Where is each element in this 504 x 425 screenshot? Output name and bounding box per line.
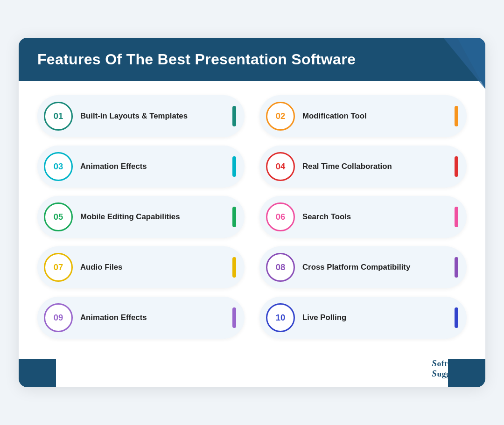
feature-item-03: 03Animation Effects xyxy=(37,146,245,188)
feature-item-08: 08Cross Platform Compatibility xyxy=(259,246,467,288)
feature-number-03: 03 xyxy=(44,152,73,181)
feature-item-10: 10Live Polling xyxy=(259,297,467,339)
feature-number-09: 09 xyxy=(44,303,73,332)
feature-label-02: Modification Tool xyxy=(302,111,450,122)
feature-number-06: 06 xyxy=(266,202,295,231)
feature-label-06: Search Tools xyxy=(302,212,450,223)
feature-label-03: Animation Effects xyxy=(80,161,228,172)
feature-label-09: Animation Effects xyxy=(80,313,228,323)
feature-accent-bar-07 xyxy=(232,257,236,278)
feature-item-07: 07Audio Files xyxy=(37,246,245,288)
page-title: Features Of The Best Presentation Softwa… xyxy=(37,51,356,68)
feature-item-05: 05Mobile Editing Capabilities xyxy=(37,196,245,238)
feature-accent-bar-02 xyxy=(455,106,458,126)
footer: Software® Suggest xyxy=(19,353,485,387)
feature-number-10: 10 xyxy=(266,303,295,332)
feature-number-02: 02 xyxy=(266,102,295,131)
feature-accent-bar-08 xyxy=(455,257,458,278)
feature-accent-bar-10 xyxy=(455,307,458,328)
feature-item-09: 09Animation Effects xyxy=(37,297,245,339)
main-card: Features Of The Best Presentation Softwa… xyxy=(19,38,485,387)
feature-number-08: 08 xyxy=(266,253,295,282)
feature-label-07: Audio Files xyxy=(80,262,228,273)
feature-number-04: 04 xyxy=(266,152,295,181)
feature-accent-bar-06 xyxy=(455,207,458,227)
bottom-right-decoration xyxy=(448,359,485,387)
feature-number-07: 07 xyxy=(44,253,73,282)
feature-item-02: 02Modification Tool xyxy=(259,95,467,137)
feature-item-01: 01Built-in Layouts & Templates xyxy=(37,95,245,137)
feature-label-05: Mobile Editing Capabilities xyxy=(80,212,228,223)
feature-item-04: 04Real Time Collaboration xyxy=(259,146,467,188)
feature-accent-bar-01 xyxy=(232,106,236,126)
feature-accent-bar-05 xyxy=(232,207,236,227)
feature-accent-bar-03 xyxy=(232,156,236,177)
feature-item-06: 06Search Tools xyxy=(259,196,467,238)
features-grid: 01Built-in Layouts & Templates02Modifica… xyxy=(37,95,467,339)
feature-label-04: Real Time Collaboration xyxy=(302,161,450,172)
feature-accent-bar-09 xyxy=(232,307,236,328)
header: Features Of The Best Presentation Softwa… xyxy=(19,38,485,81)
feature-label-10: Live Polling xyxy=(302,313,450,323)
feature-label-08: Cross Platform Compatibility xyxy=(302,262,450,273)
feature-number-01: 01 xyxy=(44,102,73,131)
feature-number-05: 05 xyxy=(44,202,73,231)
bottom-left-decoration xyxy=(19,359,56,387)
feature-accent-bar-04 xyxy=(455,156,458,177)
feature-label-01: Built-in Layouts & Templates xyxy=(80,111,228,122)
content-area: 01Built-in Layouts & Templates02Modifica… xyxy=(19,81,485,353)
